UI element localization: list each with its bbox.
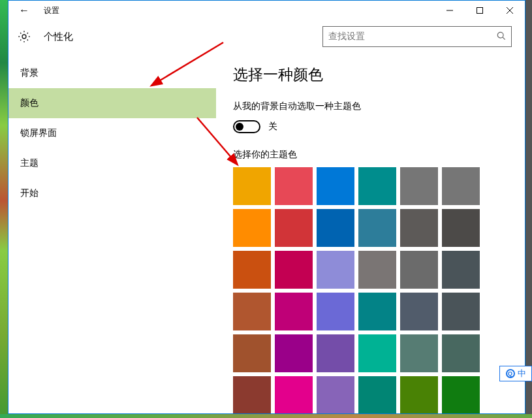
color-swatch-5[interactable] (442, 167, 480, 205)
color-swatch-27[interactable] (358, 334, 396, 372)
color-swatch-21[interactable] (358, 293, 396, 330)
section-title: 个性化 (40, 31, 73, 43)
search-placeholder: 查找设置 (328, 31, 497, 42)
back-button[interactable]: ← (8, 1, 40, 20)
color-swatch-33[interactable] (358, 376, 396, 413)
svg-line-6 (503, 37, 505, 39)
auto-pick-label: 从我的背景自动选取一种主题色 (233, 101, 525, 112)
settings-window: ← 设置 个性化 查找设置 (8, 0, 525, 414)
color-swatch-4[interactable] (400, 167, 438, 205)
sidebar-item-label: 主题 (20, 157, 39, 169)
color-swatch-3[interactable] (358, 167, 396, 205)
color-swatch-17[interactable] (442, 251, 480, 289)
color-swatch-14[interactable] (317, 251, 354, 289)
sidebar-item-4[interactable]: 开始 (8, 178, 216, 208)
color-swatch-32[interactable] (317, 376, 354, 413)
desktop-bottom-strip (0, 414, 532, 418)
color-swatch-11[interactable] (442, 209, 480, 247)
desktop-left-strip (0, 0, 8, 418)
color-swatch-20[interactable] (317, 293, 354, 330)
color-swatch-13[interactable] (275, 251, 313, 289)
color-swatch-8[interactable] (317, 209, 354, 247)
sidebar: 背景颜色锁屏界面主题开始 (8, 53, 216, 413)
auto-pick-toggle[interactable] (233, 120, 260, 133)
accent-label: 选择你的主题色 (233, 149, 525, 161)
color-swatch-34[interactable] (400, 376, 438, 413)
svg-point-5 (497, 32, 503, 38)
color-swatch-16[interactable] (400, 251, 438, 289)
color-swatch-12[interactable] (233, 251, 271, 289)
close-button[interactable] (495, 1, 525, 20)
color-swatch-6[interactable] (233, 209, 271, 247)
minimize-button[interactable] (435, 1, 465, 20)
color-swatch-26[interactable] (317, 334, 354, 372)
color-swatch-10[interactable] (400, 209, 438, 247)
ime-indicator[interactable]: Q 中 (499, 366, 532, 381)
color-swatch-15[interactable] (358, 251, 396, 289)
svg-rect-1 (477, 8, 483, 14)
color-swatch-0[interactable] (233, 167, 271, 205)
sidebar-item-label: 开始 (20, 187, 39, 199)
page-heading: 选择一种颜色 (233, 65, 525, 85)
color-swatch-9[interactable] (358, 209, 396, 247)
search-input[interactable]: 查找设置 (322, 26, 512, 47)
sidebar-item-label: 背景 (20, 67, 39, 79)
color-swatch-22[interactable] (400, 293, 438, 330)
sidebar-item-2[interactable]: 锁屏界面 (8, 118, 216, 148)
maximize-button[interactable] (465, 1, 495, 20)
gear-icon (8, 21, 40, 52)
ime-label: 中 (518, 368, 526, 379)
content-pane: 选择一种颜色 从我的背景自动选取一种主题色 关 选择你的主题色 (216, 53, 525, 413)
color-grid (233, 167, 525, 413)
color-swatch-7[interactable] (275, 209, 313, 247)
color-swatch-2[interactable] (317, 167, 354, 205)
window-title: 设置 (40, 5, 59, 16)
titlebar: ← 设置 (8, 1, 525, 20)
color-swatch-18[interactable] (233, 293, 271, 330)
sidebar-item-label: 锁屏界面 (20, 127, 57, 139)
sidebar-item-1[interactable]: 颜色 (8, 88, 216, 118)
color-swatch-1[interactable] (275, 167, 313, 205)
color-swatch-31[interactable] (275, 376, 313, 413)
sidebar-item-0[interactable]: 背景 (8, 58, 216, 88)
color-swatch-28[interactable] (400, 334, 438, 372)
sidebar-item-label: 颜色 (20, 97, 39, 109)
color-swatch-25[interactable] (275, 334, 313, 372)
color-swatch-35[interactable] (442, 376, 480, 413)
color-swatch-29[interactable] (442, 334, 480, 372)
color-swatch-24[interactable] (233, 334, 271, 372)
search-icon (497, 31, 506, 42)
svg-point-4 (22, 35, 26, 39)
color-swatch-23[interactable] (442, 293, 480, 330)
color-swatch-19[interactable] (275, 293, 313, 330)
toggle-state-label: 关 (268, 121, 277, 133)
header-row: 个性化 查找设置 (8, 20, 525, 53)
color-swatch-30[interactable] (233, 376, 271, 413)
sidebar-item-3[interactable]: 主题 (8, 148, 216, 178)
ime-icon: Q (506, 369, 515, 378)
